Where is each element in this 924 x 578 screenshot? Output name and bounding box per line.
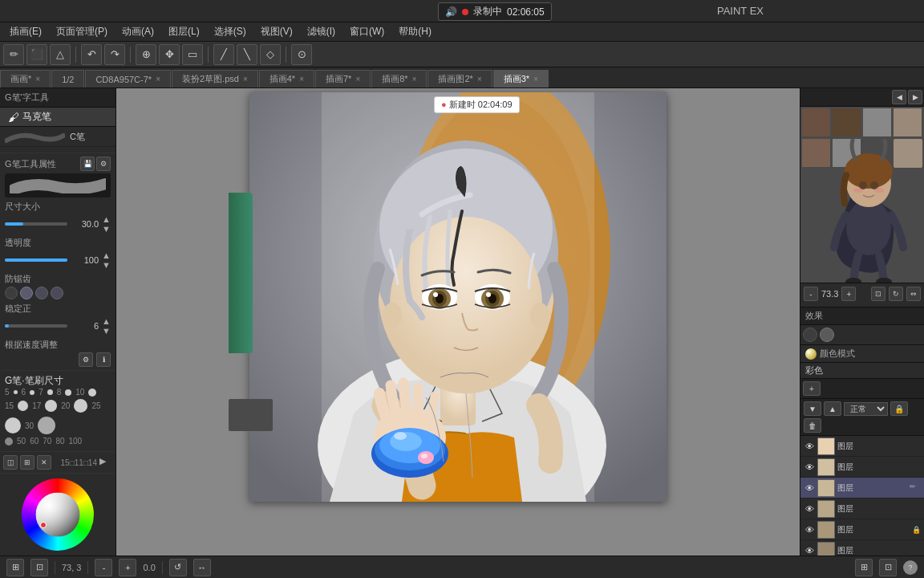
tab-active[interactable]: 插画3*× [493,70,549,88]
size-dot-8[interactable] [65,389,71,396]
tab-6[interactable]: 插画8*× [371,70,427,88]
brush-item-sim-c[interactable]: 仿真C笔 [0,147,116,153]
right-expand-btn[interactable]: ◀ [892,90,906,104]
menu-window[interactable]: 窗口(W) [343,23,391,40]
snap-toggle-btn[interactable]: ⊡ [879,559,897,576]
effect-circle-1[interactable] [803,328,817,342]
layer-item-5[interactable]: 👁 图层 🔒 [800,519,924,540]
opacity-up-btn[interactable]: ▲▼ [102,250,111,270]
size-dot-6[interactable] [30,390,34,395]
tool-redo[interactable]: ↷ [104,44,125,65]
correction-slider[interactable] [5,324,67,328]
anti-alias-mid[interactable] [35,287,48,299]
layer-move-up[interactable]: ▲ [824,401,841,416]
help-circle-btn[interactable]: ? [903,560,918,575]
layer-lock-btn[interactable]: 🔒 [890,401,908,416]
anti-alias-low[interactable] [20,287,33,299]
left-tool-3[interactable]: ✕ [37,455,51,470]
zoom-in-btn[interactable]: + [841,287,856,301]
layer-eye-1[interactable]: 👁 [804,441,815,452]
layer-add-btn[interactable]: + [803,381,821,396]
menu-layer[interactable]: 图层(L) [162,23,206,40]
layer-item-3[interactable]: 👁 图层 ✏ [800,478,924,499]
size-dot-20[interactable] [74,399,87,413]
size-dot-5[interactable] [14,390,18,394]
size-slider[interactable] [5,222,67,226]
right-collapse-btn[interactable]: ▶ [908,90,922,104]
layer-item-4[interactable]: 👁 图层 [800,499,924,519]
effect-circle-2[interactable] [820,328,834,342]
layer-eye-4[interactable]: 👁 [804,503,815,515]
tool-transform[interactable]: ⊕ [136,44,156,65]
rotate-btn[interactable]: ↻ [889,287,903,301]
tool-brush-a[interactable]: ╱ [213,44,234,65]
tool-save-btn[interactable]: 💾 [80,157,95,171]
layer-eye-3[interactable]: 👁 [804,482,815,494]
zoom-plus-btn[interactable]: + [119,559,136,576]
opacity-slider[interactable] [5,258,67,262]
layer-eye-2[interactable]: 👁 [804,462,815,473]
menu-page[interactable]: 页面管理(P) [50,23,114,40]
size-dot-17[interactable] [45,400,57,412]
size-up-btn[interactable]: ▲▼ [102,214,111,234]
tab-1[interactable]: 1/2 [51,70,84,88]
tab-0[interactable]: 画画*× [0,70,51,88]
tab-7[interactable]: 插画图2*× [428,70,492,88]
anti-alias-off[interactable] [5,287,18,299]
tool-eraser[interactable]: ◇ [260,44,281,65]
menu-select[interactable]: 选择(S) [208,23,253,40]
blend-mode-select[interactable]: 正常 [844,402,888,416]
menu-view[interactable]: 视图(V) [254,23,299,40]
layer-item-6[interactable]: 👁 图层 [800,540,924,556]
size-dot-30[interactable] [38,417,55,434]
flip-btn[interactable]: ⇔ [906,287,921,301]
tab-3[interactable]: 装扮2草图.psd× [172,70,258,88]
speed-settings-btn[interactable]: ⚙ [79,352,93,367]
tab-5[interactable]: 插画7*× [315,70,371,88]
layer-move-down[interactable]: ▼ [804,401,821,416]
brush-select[interactable]: 🖌 马克笔 [0,108,116,127]
fit-btn[interactable]: ⊡ [871,287,886,301]
size-dot-7[interactable] [47,389,53,395]
brush-item-c[interactable]: C笔 [0,127,116,147]
left-tool-1[interactable]: ◫ [3,455,18,470]
tool-select-rect[interactable]: ▭ [182,44,203,65]
color-wheel[interactable] [22,478,94,551]
layer-eye-5[interactable]: 👁 [804,524,815,535]
bottom-layers-btn[interactable]: ⊞ [6,559,24,576]
zoom-out-btn[interactable]: - [804,287,818,301]
left-tool-2[interactable]: ⊞ [20,455,34,470]
correction-up-btn[interactable]: ▲▼ [102,316,111,336]
tool-pen[interactable]: ✏ [3,44,24,65]
layer-delete-btn[interactable]: 🗑 [804,418,821,433]
tool-shape[interactable]: △ [50,44,71,65]
tool-move[interactable]: ✥ [159,44,180,65]
size-dot-15[interactable] [18,401,28,411]
speed-info-btn[interactable]: ℹ [96,352,111,367]
tool-brush-b[interactable]: ╲ [237,44,257,65]
zoom-minus-btn[interactable]: - [95,559,112,576]
menu-anim[interactable]: 动画(A) [116,23,160,40]
tab-2[interactable]: CD8A957C-7*× [85,70,171,88]
flip-h-btn[interactable]: ↔ [193,559,211,576]
menu-filter[interactable]: 滤镜(I) [301,23,342,40]
rotate-reset-btn[interactable]: ↺ [169,559,187,576]
tool-settings-btn[interactable]: ⚙ [96,157,111,171]
drawing-canvas[interactable] [249,92,667,502]
menu-file[interactable]: 插画(E) [3,23,48,40]
grid-toggle-btn[interactable]: ⊞ [855,559,873,576]
size-dot-10[interactable] [88,389,96,397]
layer-item-2[interactable]: 👁 图层 [800,457,924,478]
size-dot-25[interactable] [5,417,21,434]
layer-eye-6[interactable]: 👁 [804,545,815,556]
tool-ruler[interactable]: ⊙ [291,44,312,65]
layer-item-1[interactable]: 👁 图层 [800,436,924,457]
tool-undo[interactable]: ↶ [81,44,102,65]
left-bottom-arrow[interactable]: ▶ [99,456,112,469]
menu-help[interactable]: 帮助(H) [392,23,438,40]
tab-4[interactable]: 插画4*× [259,70,314,88]
tool-fill[interactable]: ⬛ [26,44,47,65]
size-dot-custom[interactable] [5,438,13,446]
bottom-settings-btn[interactable]: ⊡ [30,559,48,576]
anti-alias-high[interactable] [51,287,63,299]
